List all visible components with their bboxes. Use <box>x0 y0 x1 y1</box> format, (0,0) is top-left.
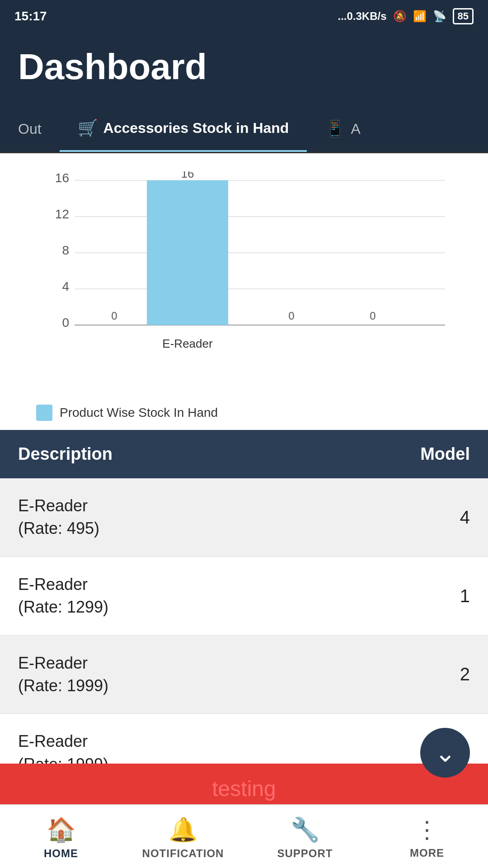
battery-indicator: 85 <box>453 8 474 24</box>
table-row: E-Reader(Rate: 1999) 2 <box>0 636 488 714</box>
col-model-header: Model <box>357 444 470 464</box>
svg-text:4: 4 <box>62 279 69 293</box>
table-row: E-Reader(Rate: 1299) 1 <box>0 557 488 636</box>
notification-icon: 🔔 <box>169 816 198 844</box>
tab-out[interactable]: Out <box>0 106 60 152</box>
svg-text:0: 0 <box>111 310 117 322</box>
tab-a[interactable]: 📱 A <box>307 106 378 152</box>
mute-icon: 🔕 <box>393 10 407 23</box>
svg-text:16: 16 <box>181 171 194 180</box>
chart-legend: Product Wise Stock In Hand <box>27 405 474 421</box>
svg-text:0: 0 <box>288 310 294 322</box>
network-speed: ...0.3KB/s <box>338 10 386 23</box>
bar-chart: 0 4 8 12 16 0 16 E-Reader 0 0 <box>27 171 474 379</box>
svg-text:E-Reader: E-Reader <box>162 337 213 350</box>
more-icon: ⋮ <box>415 816 439 843</box>
svg-text:12: 12 <box>55 207 69 221</box>
chevron-down-icon: ⌄ <box>435 738 456 768</box>
tab-accessories-label: Accessories Stock in Hand <box>103 120 289 137</box>
svg-text:0: 0 <box>370 310 375 322</box>
row-model: 1 <box>357 586 470 606</box>
legend-color-box <box>36 405 52 421</box>
svg-text:0: 0 <box>62 316 69 330</box>
support-icon: 🔧 <box>291 816 320 844</box>
header: Dashboard <box>0 33 488 106</box>
svg-text:8: 8 <box>62 243 69 257</box>
status-icons: ...0.3KB/s 🔕 📶 📡 85 <box>338 8 474 24</box>
table-header-row: Description Model <box>0 430 488 478</box>
scroll-down-fab[interactable]: ⌄ <box>420 728 470 778</box>
page-title: Dashboard <box>18 46 470 88</box>
row-model: 4 <box>357 507 470 528</box>
svg-text:16: 16 <box>55 171 69 185</box>
data-table: Description Model E-Reader(Rate: 495) 4 … <box>0 430 488 793</box>
table-row: E-Reader(Rate: 495) 4 <box>0 478 488 557</box>
bottom-navigation: 🏠 HOME 🔔 NOTIFICATION 🔧 SUPPORT ⋮ MORE <box>0 804 488 868</box>
nav-notification[interactable]: 🔔 NOTIFICATION <box>122 805 244 868</box>
nav-home[interactable]: 🏠 HOME <box>0 805 122 868</box>
wifi-icon: 📡 <box>433 10 446 23</box>
legend-label: Product Wise Stock In Hand <box>60 406 218 420</box>
tab-a-label: A <box>351 121 360 137</box>
nav-home-label: HOME <box>44 847 78 860</box>
nav-support[interactable]: 🔧 SUPPORT <box>244 805 366 868</box>
row-description: E-Reader(Rate: 1999) <box>18 652 357 698</box>
nav-support-label: SUPPORT <box>277 847 333 860</box>
row-model: 2 <box>357 664 470 684</box>
row-description: E-Reader(Rate: 1299) <box>18 573 357 619</box>
tab-bar: Out 🛒 Accessories Stock in Hand 📱 A <box>0 106 488 153</box>
signal-icon: 📶 <box>413 10 427 23</box>
tab-accessories-stock[interactable]: 🛒 Accessories Stock in Hand <box>60 106 307 152</box>
home-icon: 🏠 <box>47 816 76 844</box>
tab-a-icon: 📱 <box>325 119 345 138</box>
nav-more[interactable]: ⋮ MORE <box>366 805 488 868</box>
chart-container: 0 4 8 12 16 0 16 E-Reader 0 0 <box>27 171 474 397</box>
nav-more-label: MORE <box>410 847 444 859</box>
testing-label: testing <box>212 777 276 801</box>
chart-area: 0 4 8 12 16 0 16 E-Reader 0 0 Product Wi… <box>0 153 488 430</box>
nav-notification-label: NOTIFICATION <box>142 847 224 860</box>
accessories-icon: 🛒 <box>78 118 98 137</box>
status-bar: 15:17 ...0.3KB/s 🔕 📶 📡 85 <box>0 0 488 33</box>
row-description: E-Reader(Rate: 495) <box>18 495 357 540</box>
status-time: 15:17 <box>14 9 47 24</box>
tab-out-label: Out <box>18 121 42 137</box>
bar-e-reader <box>147 180 228 325</box>
col-description-header: Description <box>18 444 357 464</box>
